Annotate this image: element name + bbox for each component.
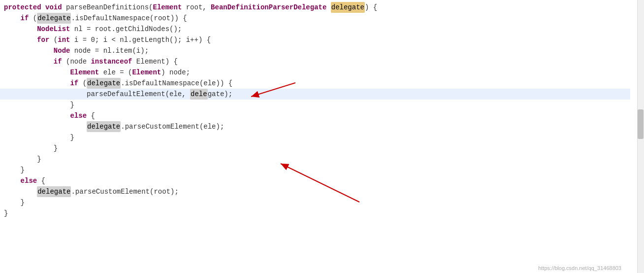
highlight-delegate-2: delegate <box>37 13 71 24</box>
code-container: protected void parseBeanDefinitions(Elem… <box>0 0 630 273</box>
code-line-18: delegate.parseCustomElement(root); <box>0 186 630 197</box>
scrollbar[interactable] <box>637 0 644 273</box>
code-line-3: NodeList nl = root.getChildNodes(); <box>0 24 630 34</box>
code-line-19: } <box>0 197 630 208</box>
code-line-6: if (node instanceof Element) { <box>0 56 630 67</box>
watermark: https://blog.csdn.net/qq_31468803 <box>538 265 621 271</box>
code-line-1: protected void parseBeanDefinitions(Elem… <box>0 2 630 13</box>
keyword-protected: protected <box>4 2 41 13</box>
code-line-9: parseDefaultElement(ele, delegate); <box>0 89 630 100</box>
code-line-10: } <box>0 100 630 110</box>
highlight-delegate-5: delegate <box>87 121 121 132</box>
code-line-5: Node node = nl.item(i); <box>0 45 630 56</box>
code-line-8: if (delegate.isDefaultNamespace(ele)) { <box>0 78 630 89</box>
code-line-2: if (delegate.isDefaultNamespace(root)) { <box>0 13 630 24</box>
highlight-delegate-4: dele <box>190 89 208 100</box>
code-line-14: } <box>0 143 630 154</box>
scrollbar-thumb[interactable] <box>638 109 644 139</box>
code-line-15: } <box>0 154 630 165</box>
code-line-17: else { <box>0 175 630 186</box>
highlight-delegate-6: delegate <box>37 186 71 197</box>
code-line-16: } <box>0 165 630 175</box>
highlight-delegate-1: delegate <box>331 2 365 13</box>
code-line-20: } <box>0 208 630 219</box>
code-line-4: for (int i = 0; i < nl.getLength(); i++)… <box>0 34 630 45</box>
code-line-11: else { <box>0 110 630 121</box>
code-line-7: Element ele = (Element) node; <box>0 67 630 78</box>
code-line-12: delegate.parseCustomElement(ele); <box>0 121 630 132</box>
highlight-delegate-3: delegate <box>87 78 121 89</box>
code-line-13: } <box>0 132 630 143</box>
